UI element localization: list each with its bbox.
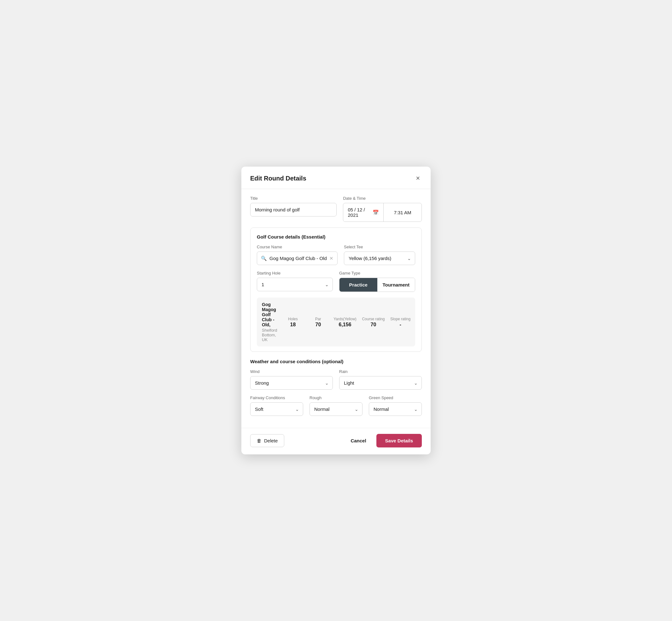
starting-hole-group: Starting Hole 1 2 10 ⌄ — [257, 271, 333, 292]
weather-section-title: Weather and course conditions (optional) — [250, 359, 422, 364]
rough-label: Rough — [309, 396, 363, 400]
rain-label: Rain — [339, 369, 422, 374]
tournament-toggle-btn[interactable]: Tournament — [377, 278, 415, 292]
title-group: Title — [250, 196, 337, 222]
fairway-label: Fairway Conditions — [250, 396, 303, 400]
par-label: Par — [315, 317, 321, 321]
fairway-rough-green-row: Fairway Conditions Soft Normal Hard ⌄ Ro… — [250, 396, 422, 416]
golf-course-section: Golf Course details (Essential) Course N… — [250, 227, 422, 352]
close-button[interactable]: × — [414, 174, 422, 182]
par-value: 70 — [316, 322, 321, 328]
weather-section: Weather and course conditions (optional)… — [250, 359, 422, 416]
select-tee-dropdown[interactable]: Yellow (6,156 yards) — [344, 251, 415, 265]
course-search-wrapper[interactable]: 🔍 ✕ — [257, 251, 338, 265]
date-time-row[interactable]: 05 / 12 / 2021 📅 7:31 AM — [343, 203, 422, 222]
green-speed-group: Green Speed Slow Normal Fast ⌄ — [369, 396, 422, 416]
course-info-card: Gog Magog Golf Club - Old, Shelford Bott… — [257, 298, 415, 346]
game-type-group: Game Type Practice Tournament — [339, 271, 415, 292]
wind-wrapper: Calm Light Moderate Strong Very Strong ⌄ — [250, 376, 333, 390]
title-input[interactable] — [250, 203, 337, 216]
slope-rating-label: Slope rating — [390, 317, 411, 321]
date-time-group: Date & Time 05 / 12 / 2021 📅 7:31 AM — [343, 196, 422, 222]
course-rating-value: 70 — [370, 322, 376, 328]
yards-value: 6,156 — [339, 322, 351, 328]
practice-toggle-btn[interactable]: Practice — [339, 278, 377, 292]
starting-hole-label: Starting Hole — [257, 271, 333, 276]
golf-course-title: Golf Course details (Essential) — [257, 234, 415, 240]
select-tee-group: Select Tee Yellow (6,156 yards) ⌄ — [344, 245, 415, 265]
fairway-wrapper: Soft Normal Hard ⌄ — [250, 402, 303, 416]
course-name-label: Course Name — [257, 245, 338, 249]
rough-group: Rough Short Normal Long ⌄ — [309, 396, 363, 416]
wind-group: Wind Calm Light Moderate Strong Very Str… — [250, 369, 333, 390]
modal-header: Edit Round Details × — [241, 167, 431, 189]
wind-label: Wind — [250, 369, 333, 374]
calendar-icon: 📅 — [373, 210, 379, 215]
game-type-label: Game Type — [339, 271, 415, 276]
hole-gametype-row: Starting Hole 1 2 10 ⌄ Game Type Practic… — [257, 271, 415, 292]
holes-label: Holes — [288, 317, 298, 321]
modal-footer: 🗑 Delete Cancel Save Details — [241, 428, 431, 454]
date-value: 05 / 12 / 2021 — [348, 207, 370, 218]
modal-title: Edit Round Details — [250, 175, 306, 182]
course-info-name-text: Gog Magog Golf Club - Old, — [262, 302, 277, 327]
rough-wrapper: Short Normal Long ⌄ — [309, 402, 363, 416]
delete-button[interactable]: 🗑 Delete — [250, 434, 284, 447]
wind-dropdown[interactable]: Calm Light Moderate Strong Very Strong — [250, 376, 333, 390]
rough-dropdown[interactable]: Short Normal Long — [309, 402, 363, 416]
par-stat: Par 70 — [308, 317, 328, 328]
edit-round-modal: Edit Round Details × Title Date & Time 0… — [241, 167, 431, 454]
course-rating-label: Course rating — [362, 317, 385, 321]
course-name-input[interactable] — [269, 252, 329, 265]
green-speed-wrapper: Slow Normal Fast ⌄ — [369, 402, 422, 416]
date-time-label: Date & Time — [343, 196, 422, 201]
clear-icon[interactable]: ✕ — [329, 256, 333, 261]
delete-label: Delete — [264, 438, 278, 443]
trash-icon: 🗑 — [257, 438, 261, 443]
course-tee-row: Course Name 🔍 ✕ Select Tee Yellow (6,156… — [257, 245, 415, 265]
starting-hole-dropdown[interactable]: 1 2 10 — [257, 278, 333, 291]
time-part[interactable]: 7:31 AM — [384, 203, 421, 221]
green-speed-dropdown[interactable]: Slow Normal Fast — [369, 402, 422, 416]
select-tee-label: Select Tee — [344, 245, 415, 249]
date-part[interactable]: 05 / 12 / 2021 📅 — [343, 203, 384, 221]
select-tee-wrapper: Yellow (6,156 yards) ⌄ — [344, 251, 415, 265]
holes-value: 18 — [290, 322, 296, 328]
title-label: Title — [250, 196, 337, 201]
wind-rain-row: Wind Calm Light Moderate Strong Very Str… — [250, 369, 422, 390]
course-rating-stat: Course rating 70 — [363, 317, 385, 328]
holes-stat: Holes 18 — [283, 317, 302, 328]
cancel-button[interactable]: Cancel — [345, 434, 371, 447]
fairway-group: Fairway Conditions Soft Normal Hard ⌄ — [250, 396, 303, 416]
green-speed-label: Green Speed — [369, 396, 422, 400]
yards-label: Yards(Yellow) — [333, 317, 356, 321]
modal-body: Title Date & Time 05 / 12 / 2021 📅 7:31 … — [241, 189, 431, 428]
course-name-group: Course Name 🔍 ✕ — [257, 245, 338, 265]
footer-right: Cancel Save Details — [345, 434, 422, 448]
yards-stat: Yards(Yellow) 6,156 — [334, 317, 356, 328]
time-value: 7:31 AM — [394, 210, 411, 215]
title-date-row: Title Date & Time 05 / 12 / 2021 📅 7:31 … — [250, 196, 422, 222]
rain-group: Rain None Light Moderate Heavy ⌄ — [339, 369, 422, 390]
rain-dropdown[interactable]: None Light Moderate Heavy — [339, 376, 422, 390]
fairway-dropdown[interactable]: Soft Normal Hard — [250, 402, 303, 416]
course-info-location: Shelford Bottom, UK — [262, 328, 277, 342]
save-button[interactable]: Save Details — [376, 434, 422, 448]
search-icon: 🔍 — [261, 256, 267, 261]
starting-hole-wrapper: 1 2 10 ⌄ — [257, 278, 333, 291]
slope-rating-value: - — [400, 322, 401, 328]
rain-wrapper: None Light Moderate Heavy ⌄ — [339, 376, 422, 390]
slope-rating-stat: Slope rating - — [390, 317, 410, 328]
game-type-toggle: Practice Tournament — [339, 278, 415, 292]
course-info-name: Gog Magog Golf Club - Old, Shelford Bott… — [262, 302, 277, 342]
